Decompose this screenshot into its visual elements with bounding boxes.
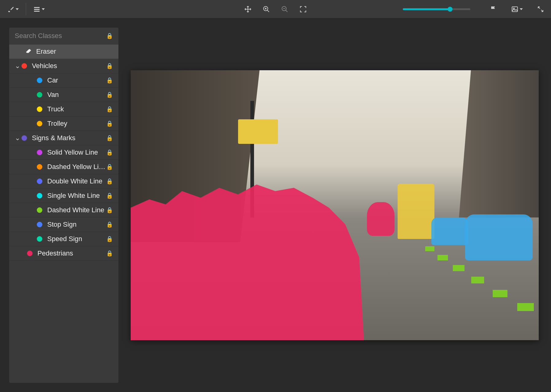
color-dot xyxy=(37,150,42,155)
class-item-trolley[interactable]: Trolley 🔒 xyxy=(9,117,118,131)
class-item-car[interactable]: Car 🔒 xyxy=(9,73,118,88)
class-item-pedestrians[interactable]: Pedestrians 🔒 xyxy=(9,246,118,261)
flag-button[interactable] xyxy=(487,2,500,16)
trolley-mask xyxy=(398,184,434,239)
svg-line-4 xyxy=(267,10,269,12)
class-item-dashed-white-line[interactable]: Dashed White Line 🔒 xyxy=(9,203,118,217)
lock-icon[interactable]: 🔒 xyxy=(106,77,113,84)
annotation-canvas[interactable] xyxy=(131,70,539,340)
image-menu-button[interactable] xyxy=(510,2,524,16)
class-label: Pedestrians xyxy=(37,249,106,257)
chevron-down-icon xyxy=(520,8,523,10)
class-label: Single White Line xyxy=(47,192,106,200)
car-mask-1 xyxy=(431,217,468,245)
lock-icon[interactable]: 🔒 xyxy=(106,163,113,170)
class-label: Van xyxy=(47,91,106,99)
class-label: Trolley xyxy=(47,120,106,128)
color-dot xyxy=(37,207,42,213)
pan-tool-button[interactable] xyxy=(241,2,255,16)
color-dot xyxy=(37,179,42,184)
slider-thumb[interactable] xyxy=(448,7,453,12)
slider-fill xyxy=(403,8,450,10)
class-label: Signs & Marks xyxy=(32,134,106,142)
class-item-van[interactable]: Van 🔒 xyxy=(9,88,118,102)
lock-icon[interactable]: 🔒 xyxy=(106,207,113,213)
lock-icon[interactable]: 🔒 xyxy=(106,250,113,257)
chevron-down-icon: ⌄ xyxy=(15,62,20,70)
lock-icon[interactable]: 🔒 xyxy=(106,63,113,69)
street-sign xyxy=(238,119,278,144)
svg-rect-0 xyxy=(34,7,40,8)
class-item-solid-yellow-line[interactable]: Solid Yellow Line 🔒 xyxy=(9,145,118,160)
color-dot xyxy=(37,164,42,170)
building-right xyxy=(459,70,539,217)
class-label: Speed Sign xyxy=(47,235,106,243)
car-mask-2 xyxy=(465,214,533,260)
color-dot xyxy=(37,92,42,98)
color-dot xyxy=(37,121,42,126)
top-toolbar xyxy=(0,0,551,18)
zoom-in-button[interactable] xyxy=(260,2,273,16)
class-sidebar: 🔒 Eraser ⌄ Vehicles 🔒 Car 🔒 xyxy=(9,28,118,383)
lock-icon[interactable]: 🔒 xyxy=(106,33,113,39)
color-dot xyxy=(37,236,42,242)
canvas-area xyxy=(118,18,551,392)
class-list: Eraser ⌄ Vehicles 🔒 Car 🔒 Van � xyxy=(9,44,118,383)
lock-icon[interactable]: 🔒 xyxy=(106,120,113,127)
pedestrians-mask-small xyxy=(367,202,395,236)
search-classes-input[interactable] xyxy=(15,32,106,40)
lock-icon[interactable]: 🔒 xyxy=(106,149,113,156)
lane-dash xyxy=(517,303,534,311)
lock-icon[interactable]: 🔒 xyxy=(106,91,113,98)
svg-rect-2 xyxy=(34,11,40,12)
class-label: Vehicles xyxy=(32,62,106,70)
chevron-down-icon xyxy=(42,8,45,10)
eraser-label: Eraser xyxy=(36,48,113,56)
class-item-truck[interactable]: Truck 🔒 xyxy=(9,102,118,117)
class-group-signs-marks[interactable]: ⌄ Signs & Marks 🔒 xyxy=(9,131,118,145)
color-dot xyxy=(37,193,42,198)
toolbar-separator xyxy=(26,3,26,15)
chevron-down-icon xyxy=(16,8,19,10)
color-dot xyxy=(27,251,33,256)
lock-icon[interactable]: 🔒 xyxy=(106,236,113,242)
class-item-stop-sign[interactable]: Stop Sign 🔒 xyxy=(9,217,118,232)
lane-dash xyxy=(425,246,434,251)
search-row: 🔒 xyxy=(9,28,118,44)
color-dot xyxy=(21,63,27,69)
svg-rect-10 xyxy=(512,7,518,12)
class-label: Car xyxy=(47,76,106,84)
class-item-double-white-line[interactable]: Double White Line 🔒 xyxy=(9,174,118,189)
lock-icon[interactable]: 🔒 xyxy=(106,221,113,228)
lock-icon[interactable]: 🔒 xyxy=(106,192,113,199)
class-item-dashed-yellow-line[interactable]: Dashed Yellow Line 🔒 xyxy=(9,160,118,174)
lock-icon[interactable]: 🔒 xyxy=(106,178,113,185)
eraser-row[interactable]: Eraser xyxy=(9,44,118,59)
brush-tool-button[interactable] xyxy=(6,2,20,16)
fullscreen-fit-button[interactable] xyxy=(296,2,310,16)
chevron-down-icon: ⌄ xyxy=(15,134,20,142)
class-item-speed-sign[interactable]: Speed Sign 🔒 xyxy=(9,232,118,246)
lane-dash xyxy=(453,265,464,271)
lane-dash xyxy=(437,255,448,260)
class-label: Truck xyxy=(47,105,106,113)
expand-button[interactable] xyxy=(534,2,547,16)
class-label: Stop Sign xyxy=(47,221,106,229)
lock-icon[interactable]: 🔒 xyxy=(106,135,113,141)
color-dot xyxy=(37,222,42,227)
menu-tool-button[interactable] xyxy=(32,2,46,16)
class-label: Dashed White Line xyxy=(47,206,106,214)
lock-icon[interactable]: 🔒 xyxy=(106,106,113,113)
zoom-out-button[interactable] xyxy=(278,2,291,16)
lane-dash xyxy=(471,277,484,283)
class-label: Dashed Yellow Line xyxy=(47,163,106,171)
opacity-slider[interactable] xyxy=(403,8,470,10)
color-dot xyxy=(37,78,42,83)
class-item-single-white-line[interactable]: Single White Line 🔒 xyxy=(9,189,118,203)
class-label: Solid Yellow Line xyxy=(47,148,106,156)
class-group-vehicles[interactable]: ⌄ Vehicles 🔒 xyxy=(9,59,118,73)
lane-dash xyxy=(493,290,507,297)
svg-rect-1 xyxy=(34,9,40,10)
svg-line-8 xyxy=(286,10,287,12)
color-dot xyxy=(21,135,27,141)
